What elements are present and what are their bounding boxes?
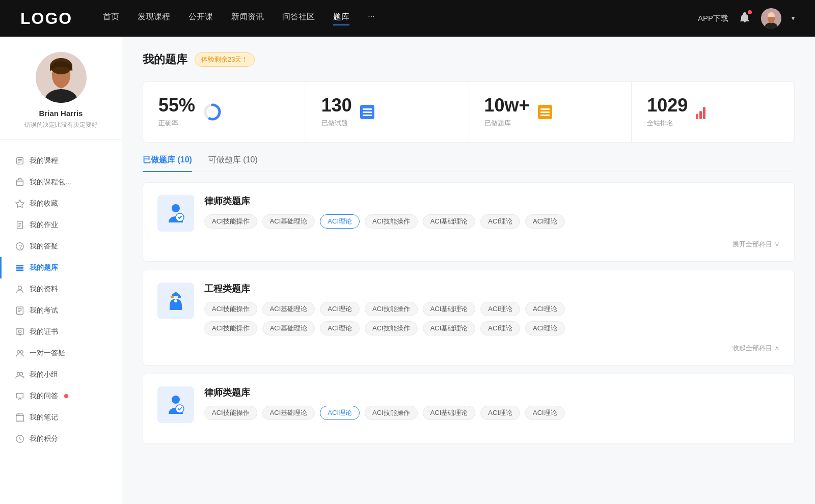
eng-tag2-6[interactable]: ACI理论 xyxy=(525,321,565,335)
cert-icon xyxy=(15,327,24,337)
qbank-icon-lawyer-1 xyxy=(157,195,194,232)
eng-tag2-5[interactable]: ACI理论 xyxy=(480,321,520,335)
qbank-tags-engineer-row1: ACI技能操作 ACI基础理论 ACI理论 ACI技能操作 ACI基础理论 AC… xyxy=(204,302,780,316)
stat-accuracy: 55% 正确率 xyxy=(143,82,306,142)
nav-open-course[interactable]: 公开课 xyxy=(188,12,213,25)
sidebar-item-exam[interactable]: 我的考试 xyxy=(0,300,122,321)
svg-point-31 xyxy=(20,351,23,353)
tag-5[interactable]: ACI理论 xyxy=(480,214,520,229)
sidebar-item-homework[interactable]: 我的作业 xyxy=(0,214,122,236)
app-download-button[interactable]: APP下载 xyxy=(698,14,728,23)
eng-tag-0[interactable]: ACI技能操作 xyxy=(204,302,257,316)
nav-more[interactable]: ··· xyxy=(368,12,374,25)
sidebar-item-points[interactable]: 我的积分 xyxy=(0,428,122,450)
eng-tag2-2[interactable]: ACI理论 xyxy=(320,321,360,335)
svg-rect-28 xyxy=(16,329,23,334)
tag-6[interactable]: ACI理论 xyxy=(525,214,565,229)
tab-available-banks[interactable]: 可做题库 (10) xyxy=(208,155,258,172)
logo[interactable]: LOGO xyxy=(20,9,72,28)
sidebar-item-one-on-one[interactable]: 一对一答疑 xyxy=(0,343,122,364)
sidebar-item-my-questions[interactable]: ? 我的答疑 xyxy=(0,236,122,257)
table-orange-icon xyxy=(538,105,552,119)
user-name: Brian Harris xyxy=(10,109,112,118)
profile-section: Brian Harris 错误的决定比没有决定要好 xyxy=(0,52,122,140)
eng-tag-2[interactable]: ACI理论 xyxy=(320,302,360,316)
navbar: LOGO 首页 发现课程 公开课 新闻资讯 问答社区 题库 ··· APP下载 … xyxy=(0,0,815,37)
nav-courses[interactable]: 发现课程 xyxy=(138,12,170,25)
eng-tag2-1[interactable]: ACI基础理论 xyxy=(262,321,315,335)
tag-0[interactable]: ACI技能操作 xyxy=(204,214,257,229)
package-icon xyxy=(15,178,24,187)
l2-tag-4[interactable]: ACI基础理论 xyxy=(423,406,476,420)
expand-lawyer-1[interactable]: 展开全部科目 ∨ xyxy=(157,240,780,249)
notification-dot xyxy=(748,10,752,14)
qbank-icon xyxy=(15,263,24,272)
nav-qbank[interactable]: 题库 xyxy=(333,12,349,25)
avatar-image xyxy=(761,8,781,29)
tag-2-active[interactable]: ACI理论 xyxy=(320,214,360,229)
question-icon: ? xyxy=(15,242,24,251)
sidebar-item-my-qa[interactable]: 我的问答 xyxy=(0,385,122,407)
svg-rect-24 xyxy=(17,307,23,314)
svg-point-29 xyxy=(18,330,21,332)
nav-home[interactable]: 首页 xyxy=(103,12,119,25)
l2-tag-1[interactable]: ACI基础理论 xyxy=(262,406,315,420)
sidebar-menu: 我的课程 我的课程包... 我的收藏 我的作业 ? 我的答疑 我的题库 xyxy=(0,145,122,455)
qbank-card-engineer: 工程类题库 ACI技能操作 ACI基础理论 ACI理论 ACI技能操作 ACI基… xyxy=(143,270,795,366)
nav-news[interactable]: 新闻资讯 xyxy=(231,12,264,25)
tab-done-banks[interactable]: 已做题库 (10) xyxy=(143,155,192,172)
svg-rect-20 xyxy=(16,265,23,267)
qbank-name-engineer: 工程类题库 xyxy=(204,283,780,295)
l2-tag-2-active[interactable]: ACI理论 xyxy=(320,406,360,420)
svg-rect-39 xyxy=(171,296,174,298)
svg-rect-40 xyxy=(178,296,181,298)
sidebar-item-favorites[interactable]: 我的收藏 xyxy=(0,193,122,214)
tabs: 已做题库 (10) 可做题库 (10) xyxy=(143,155,795,172)
accuracy-label: 正确率 xyxy=(158,119,195,128)
eng-tag-4[interactable]: ACI基础理论 xyxy=(423,302,476,316)
sidebar-item-my-courses[interactable]: 我的课程 xyxy=(0,150,122,172)
qbank-card-lawyer-2: 律师类题库 ACI技能操作 ACI基础理论 ACI理论 ACI技能操作 ACI基… xyxy=(143,374,795,444)
qbank-tags-lawyer-2: ACI技能操作 ACI基础理论 ACI理论 ACI技能操作 ACI基础理论 AC… xyxy=(204,406,780,420)
qbank-name-lawyer-2: 律师类题库 xyxy=(204,386,780,399)
profile-avatar-image xyxy=(36,52,87,103)
nav-qa[interactable]: 问答社区 xyxy=(282,12,315,25)
done-banks-label: 已做题库 xyxy=(484,119,530,128)
notification-bell[interactable] xyxy=(739,11,751,25)
sidebar-item-certificate[interactable]: 我的证书 xyxy=(0,321,122,343)
svg-rect-22 xyxy=(16,270,23,271)
user-motto: 错误的决定比没有决定要好 xyxy=(10,121,112,129)
eng-tag-5[interactable]: ACI理论 xyxy=(480,302,520,316)
engineer-icon xyxy=(165,290,187,312)
user-avatar[interactable] xyxy=(761,8,781,29)
l2-tag-6[interactable]: ACI理论 xyxy=(525,406,565,420)
svg-point-37 xyxy=(172,204,180,212)
sidebar-item-qbank[interactable]: 我的题库 xyxy=(0,257,122,278)
eng-tag-1[interactable]: ACI基础理论 xyxy=(262,302,315,316)
sidebar-item-my-group[interactable]: 我的小组 xyxy=(0,364,122,385)
l2-tag-5[interactable]: ACI理论 xyxy=(480,406,520,420)
sidebar-item-notes[interactable]: 我的笔记 xyxy=(0,407,122,428)
user-menu-caret[interactable]: ▾ xyxy=(792,15,795,22)
qbank-card-lawyer-1: 律师类题库 ACI技能操作 ACI基础理论 ACI理论 ACI技能操作 ACI基… xyxy=(143,182,795,262)
sidebar-item-course-package[interactable]: 我的课程包... xyxy=(0,172,122,193)
eng-tag2-4[interactable]: ACI基础理论 xyxy=(423,321,476,335)
svg-point-33 xyxy=(20,373,22,375)
tag-1[interactable]: ACI基础理论 xyxy=(262,214,315,229)
eng-tag2-3[interactable]: ACI技能操作 xyxy=(365,321,418,335)
one-on-one-icon xyxy=(15,349,24,358)
collapse-engineer[interactable]: 收起全部科目 ∧ xyxy=(157,344,780,353)
eng-tag2-0[interactable]: ACI技能操作 xyxy=(204,321,257,335)
sidebar-item-profile[interactable]: 我的资料 xyxy=(0,278,122,300)
trial-badge: 体验剩余23天！ xyxy=(195,52,255,67)
tag-3[interactable]: ACI技能操作 xyxy=(365,214,418,229)
l2-tag-0[interactable]: ACI技能操作 xyxy=(204,406,257,420)
svg-point-32 xyxy=(17,373,20,375)
eng-tag-3[interactable]: ACI技能操作 xyxy=(365,302,418,316)
eng-tag-6[interactable]: ACI理论 xyxy=(525,302,565,316)
l2-tag-3[interactable]: ACI技能操作 xyxy=(365,406,418,420)
tag-4[interactable]: ACI基础理论 xyxy=(423,214,476,229)
table-blue-icon xyxy=(360,105,374,119)
qa-icon xyxy=(15,391,24,401)
stat-done-banks: 10w+ 已做题库 xyxy=(469,82,632,142)
